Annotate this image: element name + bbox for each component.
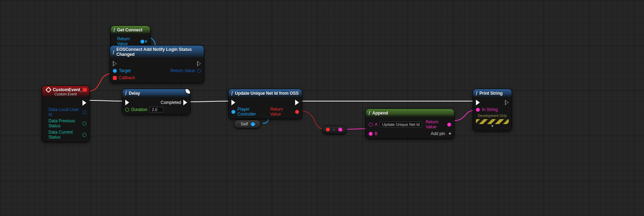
node-header: f Get Connect (111, 26, 150, 34)
function-icon: f (114, 27, 115, 33)
pin-a[interactable]: A (369, 122, 422, 127)
exec-in-pin[interactable] (476, 100, 480, 105)
self-label: Self (241, 122, 248, 127)
self-reference-node[interactable]: Self (234, 120, 261, 128)
exec-out-pin[interactable] (295, 100, 299, 105)
add-pin-button[interactable]: Add pin + (431, 131, 451, 136)
reroute-dot (333, 129, 335, 131)
pin-return-value[interactable]: Return Value (171, 68, 201, 73)
exec-out-pin[interactable] (82, 100, 86, 106)
node-title: Get Connect (117, 28, 142, 33)
function-icon: f (231, 91, 233, 96)
node-title: Append (372, 111, 388, 116)
pin-data-local-user-id[interactable]: Data Local User Id (48, 107, 86, 117)
delegate-out-pin[interactable] (83, 88, 87, 92)
dev-only-label: Development Only (473, 114, 512, 118)
wire-layer (0, 0, 644, 216)
function-icon: f (113, 49, 114, 55)
a-input[interactable] (380, 122, 422, 127)
pin-return-value[interactable]: Return Value (270, 107, 299, 117)
exec-out-pin[interactable] (505, 100, 509, 105)
hazard-stripe (476, 119, 509, 124)
plus-icon: + (449, 131, 451, 136)
pin-data-previous-status[interactable]: Data Previous Status (48, 118, 86, 128)
node-title: Print String (479, 91, 502, 96)
self-out-pin[interactable] (251, 122, 255, 126)
exec-in-pin[interactable] (125, 100, 129, 105)
pin-duration[interactable]: Duration (125, 107, 163, 112)
node-subtitle: Custom Event (54, 92, 77, 96)
node-title: CustomEvent_2 (53, 87, 85, 92)
node-header: f EOSConnect Add Notify Login Status Cha… (110, 46, 204, 59)
node-append[interactable]: f Append A Return Value B Add pin + (366, 109, 454, 139)
duration-input[interactable] (149, 107, 163, 112)
pin-data-current-status[interactable]: Data Current Status (48, 130, 86, 140)
node-print-string[interactable]: f Print String In String Development Onl… (473, 89, 512, 131)
reroute-out-pin[interactable] (338, 128, 343, 133)
exec-in-pin[interactable] (231, 100, 235, 105)
node-header: f Print String (473, 89, 512, 98)
exec-in-pin[interactable] (113, 61, 117, 66)
expand-caret-icon[interactable]: ▼ (473, 124, 512, 129)
pin-target[interactable]: Target (113, 68, 131, 73)
node-title: EOSConnect Add Notify Login Status Chang… (116, 47, 201, 57)
node-eosconnect-notify[interactable]: f EOSConnect Add Notify Login Status Cha… (110, 45, 204, 83)
function-icon: f (369, 110, 370, 116)
reroute-node[interactable] (322, 126, 347, 134)
reroute-in-pin[interactable] (326, 128, 330, 133)
node-title: Delay (129, 91, 140, 96)
node-delay[interactable]: f Delay Completed Duration (122, 89, 190, 115)
node-header: f Delay (122, 89, 190, 98)
pin-b[interactable]: B (369, 131, 378, 136)
function-icon: f (476, 91, 477, 96)
exec-out-completed[interactable]: Completed (161, 100, 187, 105)
pin-return-value[interactable]: Return Value (117, 36, 147, 46)
node-header: CustomEvent_2 Custom Event (42, 86, 89, 98)
exec-out-pin[interactable] (197, 61, 201, 66)
pin-in-string[interactable]: In String (476, 107, 498, 112)
node-header: f Update Unique Net Id from OSS (229, 89, 302, 98)
node-title: Update Unique Net Id from OSS (235, 91, 299, 96)
function-icon: f (125, 91, 127, 96)
node-custom-event[interactable]: CustomEvent_2 Custom Event Data Local Us… (42, 86, 90, 142)
node-header: f Append (366, 109, 454, 117)
node-update-unique-net-id[interactable]: f Update Unique Net Id from OSS Player C… (228, 89, 302, 119)
pin-return-value[interactable]: Return Value (426, 119, 451, 129)
pin-player-controller[interactable]: Player Controller (231, 107, 267, 117)
event-icon (46, 87, 52, 93)
pin-callback[interactable]: Callback (113, 75, 135, 80)
